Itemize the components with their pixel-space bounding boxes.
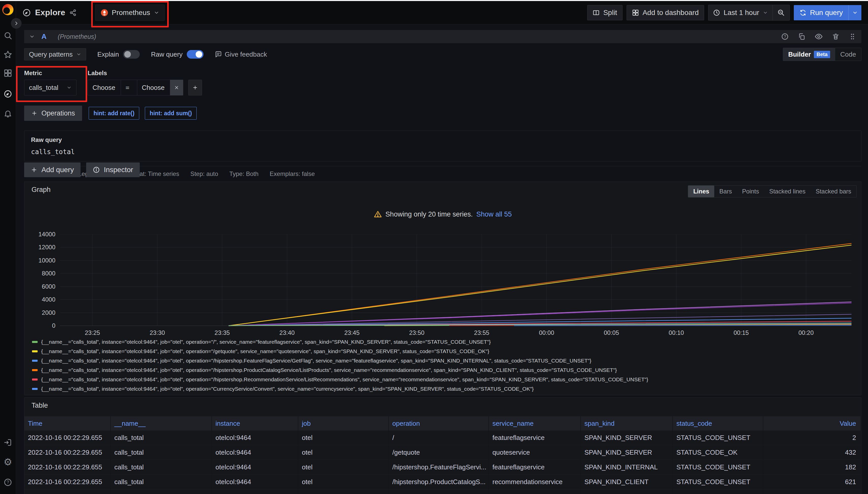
inspector-button[interactable]: Inspector bbox=[86, 163, 140, 177]
sidebar-item-sign-in[interactable] bbox=[3, 438, 12, 447]
copy-icon[interactable] bbox=[798, 33, 806, 40]
cell-job: otel bbox=[298, 445, 389, 460]
builder-mode-button[interactable]: Builder Beta bbox=[783, 48, 835, 61]
plus-icon bbox=[31, 110, 37, 116]
run-query-label: Run query bbox=[810, 8, 843, 17]
search-icon bbox=[3, 31, 12, 40]
x-axis-tick-label: 23:30 bbox=[142, 329, 173, 336]
sidebar-item-search[interactable] bbox=[3, 31, 12, 40]
run-query-caret[interactable] bbox=[848, 5, 862, 20]
option-step: Step: auto bbox=[190, 170, 218, 177]
legend-item[interactable]: {__name__="calls_total", instance="otelc… bbox=[32, 394, 857, 395]
datasource-picker-wrap: Prometheus bbox=[95, 4, 165, 21]
help-circle-icon[interactable]: ? bbox=[781, 33, 789, 40]
metric-field: Metric calls_total bbox=[24, 70, 76, 95]
y-axis-tick-label: 12000 bbox=[30, 244, 55, 251]
compass-icon bbox=[3, 90, 12, 98]
gear-icon: ⚙ bbox=[3, 456, 12, 468]
graph-mode-lines[interactable]: Lines bbox=[688, 186, 714, 197]
legend-color-marker bbox=[32, 369, 38, 371]
add-operation-button[interactable]: Operations bbox=[24, 106, 82, 121]
show-all-series-link[interactable]: Show all 55 bbox=[476, 210, 512, 218]
label-operator-select[interactable]: = bbox=[121, 80, 137, 95]
legend-item[interactable]: {__name__="calls_total", instance="otelc… bbox=[32, 375, 857, 384]
query-patterns-dropdown[interactable]: Query patterns bbox=[24, 48, 86, 60]
explore-actions: Add query Inspector bbox=[24, 163, 140, 177]
table-row: 2022-10-16 00:22:29.655calls_totalotelco… bbox=[24, 475, 861, 490]
column-header--name-[interactable]: __name__ bbox=[111, 416, 212, 431]
raw-query-label: Raw query bbox=[31, 136, 854, 144]
column-header-value[interactable]: Value bbox=[763, 416, 861, 431]
chevron-down-icon[interactable] bbox=[29, 34, 35, 39]
y-axis-tick-label: 6000 bbox=[30, 283, 55, 290]
legend-item[interactable]: {__name__="calls_total", instance="otelc… bbox=[32, 337, 857, 346]
column-header-instance[interactable]: instance bbox=[212, 416, 298, 431]
query-row-header[interactable]: A (Prometheus) ? bbox=[24, 30, 862, 43]
legend-item[interactable]: {__name__="calls_total", instance="otelc… bbox=[32, 365, 857, 375]
zoom-out-button[interactable] bbox=[773, 5, 790, 20]
label-value-select[interactable]: Choose bbox=[137, 80, 170, 95]
eye-icon[interactable] bbox=[815, 33, 823, 41]
run-query-button[interactable]: Run query bbox=[794, 5, 848, 20]
sidebar-expand-button[interactable] bbox=[11, 18, 22, 29]
grafana-logo[interactable] bbox=[2, 4, 14, 15]
legend-item[interactable]: {__name__="calls_total", instance="otelc… bbox=[32, 356, 857, 365]
column-header-operation[interactable]: operation bbox=[389, 416, 489, 431]
sidebar-item-explore[interactable] bbox=[3, 90, 12, 98]
time-range-button[interactable]: Last 1 hour bbox=[708, 5, 773, 20]
graph-mode-stacked-lines[interactable]: Stacked lines bbox=[764, 186, 811, 197]
help-circle-icon: ? bbox=[3, 478, 12, 487]
sidebar-item-help[interactable]: ? bbox=[3, 478, 12, 487]
cell-service-name: recommendationservice bbox=[489, 475, 581, 490]
add-query-button[interactable]: Add query bbox=[24, 163, 80, 177]
cell--name-: calls_total bbox=[111, 445, 212, 460]
datasource-picker[interactable]: Prometheus bbox=[95, 4, 165, 21]
sidebar-item-dashboards[interactable] bbox=[3, 69, 12, 77]
legend-series-label: {__name__="calls_total", instance="otelc… bbox=[41, 367, 617, 373]
cell-instance: otelcol:9464 bbox=[212, 490, 298, 494]
explain-label: Explain bbox=[97, 51, 119, 58]
raw-query-toggle[interactable] bbox=[187, 50, 203, 59]
code-mode-button[interactable]: Code bbox=[835, 48, 861, 61]
add-label-filter-button[interactable] bbox=[188, 80, 202, 95]
sidebar-item-settings[interactable]: ⚙ bbox=[3, 458, 12, 466]
drag-handle-icon[interactable] bbox=[849, 33, 856, 40]
raw-query-text: calls_total bbox=[31, 148, 854, 156]
legend-color-marker bbox=[32, 379, 38, 381]
column-header-job[interactable]: job bbox=[298, 416, 389, 431]
split-button[interactable]: Split bbox=[587, 5, 622, 20]
cell-time: 2022-10-16 00:22:29.655 bbox=[24, 445, 111, 460]
sidebar-item-starred[interactable] bbox=[3, 50, 12, 59]
cell-span-kind: SPAN_KIND_SERVER bbox=[581, 490, 673, 494]
legend-item[interactable]: {__name__="calls_total", instance="otelc… bbox=[32, 384, 857, 394]
trash-icon[interactable] bbox=[832, 33, 839, 40]
give-feedback-button[interactable]: Give feedback bbox=[215, 51, 267, 58]
metric-select[interactable]: calls_total bbox=[24, 80, 76, 95]
time-range-label: Last 1 hour bbox=[724, 8, 759, 17]
legend-series-label: {__name__="calls_total", instance="otelc… bbox=[41, 339, 491, 345]
query-hint-add-rate--button[interactable]: hint: add rate() bbox=[89, 107, 139, 119]
cell-operation: /getquote bbox=[389, 445, 489, 460]
graph-mode-bars[interactable]: Bars bbox=[714, 186, 737, 197]
query-hint-add-sum--button[interactable]: hint: add sum() bbox=[145, 107, 197, 119]
metric-value: calls_total bbox=[29, 84, 58, 92]
column-header-span-kind[interactable]: span_kind bbox=[581, 416, 673, 431]
cell-operation: /hipstershop.ProductCatalogS... bbox=[389, 475, 489, 490]
column-header-status-code[interactable]: status_code bbox=[673, 416, 763, 431]
options-collapsed-row[interactable]: Options Legend: AutoFormat: Time seriesS… bbox=[24, 166, 862, 182]
graph-mode-points[interactable]: Points bbox=[737, 186, 764, 197]
cell-service-name: quoteservice bbox=[489, 445, 581, 460]
graph-mode-stacked-bars[interactable]: Stacked bars bbox=[811, 186, 856, 197]
cell-span-kind: SPAN_KIND_INTERNAL bbox=[581, 460, 673, 475]
label-key-select[interactable]: Choose bbox=[88, 80, 121, 95]
explain-toggle[interactable] bbox=[123, 50, 140, 59]
x-axis-tick-label: 00:00 bbox=[531, 329, 562, 336]
column-header-service-name[interactable]: service_name bbox=[489, 416, 581, 431]
legend-item[interactable]: {__name__="calls_total", instance="otelc… bbox=[32, 346, 857, 356]
share-icon[interactable] bbox=[69, 9, 76, 16]
add-query-label: Add query bbox=[41, 166, 74, 174]
remove-label-filter-button[interactable] bbox=[170, 80, 183, 95]
column-header-time[interactable]: Time bbox=[24, 416, 111, 431]
sidebar-item-alerting[interactable] bbox=[3, 109, 12, 118]
add-to-dashboard-button[interactable]: Add to dashboard bbox=[627, 5, 704, 20]
